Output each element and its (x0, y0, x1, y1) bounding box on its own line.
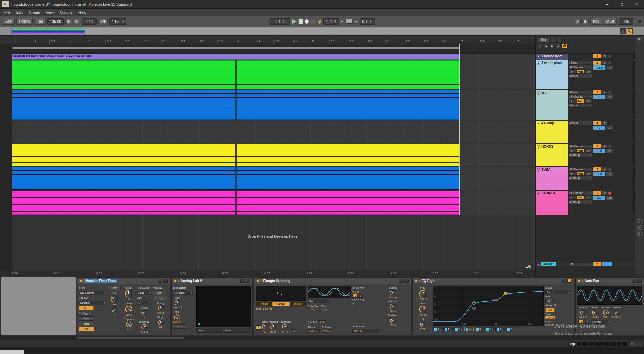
volume-field[interactable]: -7.0 (593, 172, 605, 176)
feedback-knob[interactable]: Feedback 77 % (279, 320, 291, 333)
eq-band-toggle[interactable]: 8 (506, 327, 515, 331)
offset-knob[interactable]: Offset 0 (125, 286, 132, 301)
nudge-up-button[interactable]: ||| (74, 19, 80, 24)
band-activator-icon[interactable] (476, 328, 479, 331)
output-chooser[interactable]: 4-Group (568, 200, 592, 204)
arm-button[interactable] (608, 145, 612, 148)
overdub-button[interactable]: + (311, 19, 316, 24)
sidechain-gain-knob[interactable]: Gain 0.00 dB (173, 296, 182, 309)
fold-track-icon[interactable]: ▾ (537, 168, 540, 172)
loop-switch[interactable] (345, 19, 353, 24)
optimize-height-button[interactable]: H (620, 28, 626, 34)
device-auto-pan[interactable]: ▾ Auto Pan L Amount 34.9 % (575, 277, 644, 335)
play-button[interactable] (292, 19, 297, 24)
monitor-switch[interactable]: InAutoOff (568, 99, 592, 103)
eq-band-toggle[interactable]: 7 (495, 327, 505, 331)
sync-button[interactable]: Sync (79, 306, 94, 310)
section-toggle[interactable]: M (637, 231, 642, 236)
input-channel-chooser[interactable]: All Channe (568, 65, 592, 69)
clip-arp-b[interactable] (237, 90, 459, 120)
prev-locator-icon[interactable]: ◀ (544, 44, 549, 48)
set-locator-button[interactable]: Set (538, 37, 549, 42)
sidechain-mix-knob[interactable]: Mix 100 % (173, 310, 181, 323)
device-view-toggle-icon[interactable]: ≡ (636, 342, 641, 346)
eq-node-3[interactable]: 3 (494, 298, 498, 302)
clip-water-pitch-a[interactable] (12, 60, 235, 89)
solo-button[interactable]: S (602, 54, 607, 58)
time-value[interactable]: 6.54 ms (263, 307, 272, 310)
master-pan-field[interactable] (602, 262, 612, 266)
solo-button[interactable]: S (602, 167, 607, 171)
track-header-water-pitch[interactable]: ▾ 2 water pitch All Ins All Channe InAut… (536, 60, 635, 89)
hot-swap-icon[interactable] (632, 279, 636, 283)
fold-device-icon[interactable]: ▾ (582, 280, 583, 282)
pan-field[interactable]: 10R (606, 196, 613, 200)
clip-horns-a[interactable] (12, 144, 235, 166)
fold-track-icon[interactable]: ▾ (537, 192, 540, 195)
track-header-arp[interactable]: ▾ arp All Ins All Channe InAutoOff Maste… (536, 90, 635, 120)
invert-button[interactable]: Ø (292, 329, 297, 333)
device-analog-lab-v[interactable]: ▾ Analog Lab V Sidechain No Input Gain 0… (171, 277, 253, 335)
arrangement-position-field[interactable]: 8. 1. 1 (269, 18, 290, 25)
solo-button[interactable]: S (602, 191, 607, 195)
volume-field[interactable]: 0 (593, 126, 605, 130)
track-activator[interactable]: 2 (593, 61, 601, 65)
stop-button[interactable] (299, 19, 303, 24)
track-header-houndstooth[interactable]: ▾ 1 houndstoot 1 S (536, 54, 635, 60)
track-activator[interactable]: 7 (593, 191, 601, 195)
hold-button[interactable]: Hold (108, 286, 121, 290)
device-activator[interactable] (415, 279, 418, 282)
release-control[interactable]: Release 200 ms (322, 325, 333, 333)
device-arpeggiator[interactable]: Housier Than Thou Style Up & Down Groove… (77, 277, 170, 335)
eq-band-toggle[interactable]: 2 (443, 327, 453, 331)
grid-options-icon[interactable]: ▦ (637, 37, 642, 41)
next-locator-icon[interactable]: ▶ (550, 44, 555, 48)
monitor-switch[interactable]: InAutoOff (568, 172, 592, 176)
device-activator[interactable] (256, 279, 259, 282)
input-type-chooser[interactable]: All Ins (568, 61, 592, 65)
input-channel-chooser[interactable]: All Channe (568, 167, 592, 171)
output-chooser[interactable]: 4-Group (568, 153, 592, 157)
sidechain-input-chooser[interactable]: No Input (173, 291, 193, 295)
volume-field[interactable]: 2.0 (593, 196, 605, 200)
clip-strings-b[interactable] (237, 191, 459, 215)
metronome-toggle[interactable] (98, 19, 108, 24)
device-scrollbar[interactable] (0, 336, 644, 340)
scrollbar-thumb[interactable] (77, 337, 184, 339)
follow-button[interactable]: Follow (16, 18, 33, 25)
mute-button[interactable]: Mute (173, 324, 186, 329)
clip-tuba-b[interactable] (237, 167, 459, 190)
fold-track-icon[interactable]: ▾ (537, 55, 540, 58)
pan-field[interactable]: 10L (606, 149, 613, 153)
eq-band-toggle[interactable]: 5 (475, 327, 484, 331)
section-toggle[interactable]: R (637, 225, 642, 230)
lfo2-note-toggle[interactable]: ♪ (358, 294, 363, 298)
audition-icon[interactable] (567, 279, 572, 283)
device-eq-eight[interactable]: ▾ EQ Eight Freq 1.86 kHz Gain 7.07 dB (412, 277, 574, 335)
loop-start-field[interactable]: 1. 1. 1 (323, 18, 339, 25)
eq-gain-knob[interactable]: Gain 7.07 dB (418, 302, 427, 316)
mode-tab[interactable]: Doubler (289, 302, 306, 306)
tempo-field[interactable]: 135.00 (47, 18, 64, 25)
sync-hz-toggle[interactable]: Hz (256, 325, 261, 329)
band-activator-icon[interactable] (445, 328, 447, 331)
repeats-knob[interactable]: Repeats inf (124, 317, 134, 330)
track-activator[interactable]: 6 (593, 167, 601, 171)
lfo2-hz-toggle[interactable]: Hz (352, 294, 358, 298)
device-title[interactable]: Analog Lab V (181, 279, 202, 283)
plugin-param-slot[interactable]: none (196, 328, 223, 333)
dry-wet-knob[interactable]: Dry/Wet 33 % (388, 313, 398, 326)
master-track-header[interactable]: ▾ Master 1/2 0 (536, 261, 635, 267)
device-title[interactable]: Flanger Spinning (263, 279, 291, 283)
punch-in-button[interactable]: ⌐ (341, 19, 343, 24)
groove-chooser[interactable]: Straight (79, 301, 106, 305)
distance-knob[interactable]: Distance +12 st (137, 320, 151, 333)
device-title[interactable]: EQ Eight (422, 279, 436, 283)
flanger-rate-knob[interactable]: Rate 3 (262, 320, 268, 333)
expand-display-icon[interactable] (562, 279, 566, 283)
velocity-on-off-button[interactable]: Off (153, 291, 165, 295)
clip-water-pitch-b[interactable] (237, 60, 459, 89)
volume-field[interactable]: -16.0 (593, 65, 605, 70)
volume-field[interactable]: 0 (593, 95, 605, 99)
autopan-amount-knob[interactable]: Amount 34.9 % (578, 306, 588, 319)
